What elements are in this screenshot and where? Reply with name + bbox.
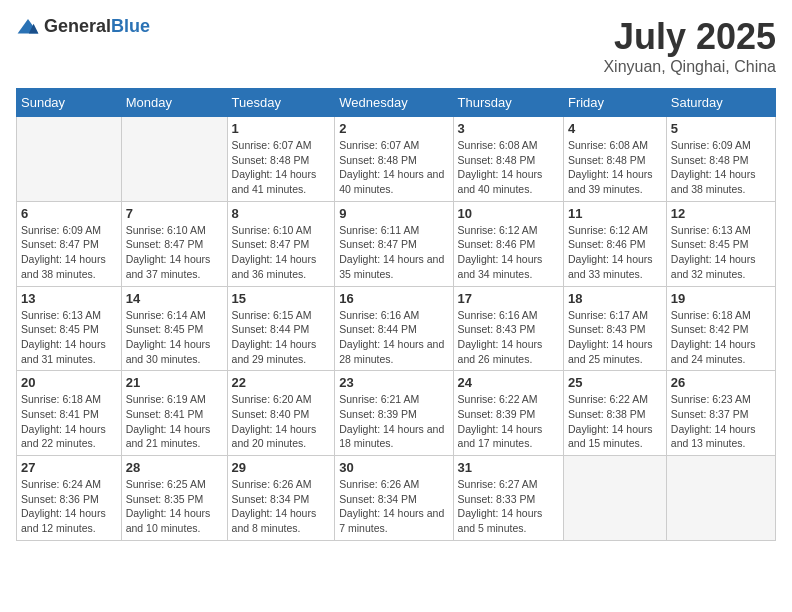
day-info: Sunrise: 6:13 AM Sunset: 8:45 PM Dayligh…	[21, 308, 117, 367]
day-number: 12	[671, 206, 771, 221]
calendar-cell	[121, 117, 227, 202]
day-info: Sunrise: 6:07 AM Sunset: 8:48 PM Dayligh…	[339, 138, 448, 197]
title-area: July 2025 Xinyuan, Qinghai, China	[603, 16, 776, 76]
day-info: Sunrise: 6:12 AM Sunset: 8:46 PM Dayligh…	[458, 223, 559, 282]
day-number: 17	[458, 291, 559, 306]
calendar-cell: 7Sunrise: 6:10 AM Sunset: 8:47 PM Daylig…	[121, 201, 227, 286]
day-info: Sunrise: 6:14 AM Sunset: 8:45 PM Dayligh…	[126, 308, 223, 367]
calendar-cell: 9Sunrise: 6:11 AM Sunset: 8:47 PM Daylig…	[335, 201, 453, 286]
calendar-cell: 6Sunrise: 6:09 AM Sunset: 8:47 PM Daylig…	[17, 201, 122, 286]
day-number: 23	[339, 375, 448, 390]
calendar-cell: 10Sunrise: 6:12 AM Sunset: 8:46 PM Dayli…	[453, 201, 563, 286]
calendar-week-row: 1Sunrise: 6:07 AM Sunset: 8:48 PM Daylig…	[17, 117, 776, 202]
calendar-cell: 28Sunrise: 6:25 AM Sunset: 8:35 PM Dayli…	[121, 456, 227, 541]
logo-general: General	[44, 16, 111, 36]
day-info: Sunrise: 6:10 AM Sunset: 8:47 PM Dayligh…	[232, 223, 331, 282]
day-info: Sunrise: 6:09 AM Sunset: 8:47 PM Dayligh…	[21, 223, 117, 282]
day-info: Sunrise: 6:18 AM Sunset: 8:41 PM Dayligh…	[21, 392, 117, 451]
calendar-cell: 27Sunrise: 6:24 AM Sunset: 8:36 PM Dayli…	[17, 456, 122, 541]
calendar-cell: 20Sunrise: 6:18 AM Sunset: 8:41 PM Dayli…	[17, 371, 122, 456]
calendar-cell: 29Sunrise: 6:26 AM Sunset: 8:34 PM Dayli…	[227, 456, 335, 541]
day-number: 29	[232, 460, 331, 475]
calendar-cell: 5Sunrise: 6:09 AM Sunset: 8:48 PM Daylig…	[666, 117, 775, 202]
day-number: 20	[21, 375, 117, 390]
day-info: Sunrise: 6:18 AM Sunset: 8:42 PM Dayligh…	[671, 308, 771, 367]
day-number: 6	[21, 206, 117, 221]
day-number: 25	[568, 375, 662, 390]
calendar-cell: 31Sunrise: 6:27 AM Sunset: 8:33 PM Dayli…	[453, 456, 563, 541]
day-number: 2	[339, 121, 448, 136]
day-info: Sunrise: 6:19 AM Sunset: 8:41 PM Dayligh…	[126, 392, 223, 451]
day-info: Sunrise: 6:16 AM Sunset: 8:43 PM Dayligh…	[458, 308, 559, 367]
day-number: 1	[232, 121, 331, 136]
calendar-cell: 14Sunrise: 6:14 AM Sunset: 8:45 PM Dayli…	[121, 286, 227, 371]
main-title: July 2025	[603, 16, 776, 58]
day-info: Sunrise: 6:17 AM Sunset: 8:43 PM Dayligh…	[568, 308, 662, 367]
calendar-table: SundayMondayTuesdayWednesdayThursdayFrid…	[16, 88, 776, 541]
logo: GeneralBlue	[16, 16, 150, 37]
calendar-cell: 24Sunrise: 6:22 AM Sunset: 8:39 PM Dayli…	[453, 371, 563, 456]
day-number: 5	[671, 121, 771, 136]
day-info: Sunrise: 6:08 AM Sunset: 8:48 PM Dayligh…	[458, 138, 559, 197]
day-info: Sunrise: 6:23 AM Sunset: 8:37 PM Dayligh…	[671, 392, 771, 451]
calendar-week-row: 13Sunrise: 6:13 AM Sunset: 8:45 PM Dayli…	[17, 286, 776, 371]
calendar-cell: 26Sunrise: 6:23 AM Sunset: 8:37 PM Dayli…	[666, 371, 775, 456]
weekday-header-row: SundayMondayTuesdayWednesdayThursdayFrid…	[17, 89, 776, 117]
day-info: Sunrise: 6:07 AM Sunset: 8:48 PM Dayligh…	[232, 138, 331, 197]
weekday-header: Friday	[563, 89, 666, 117]
day-info: Sunrise: 6:09 AM Sunset: 8:48 PM Dayligh…	[671, 138, 771, 197]
calendar-cell: 4Sunrise: 6:08 AM Sunset: 8:48 PM Daylig…	[563, 117, 666, 202]
day-number: 27	[21, 460, 117, 475]
sub-title: Xinyuan, Qinghai, China	[603, 58, 776, 76]
weekday-header: Sunday	[17, 89, 122, 117]
day-number: 14	[126, 291, 223, 306]
day-number: 30	[339, 460, 448, 475]
calendar-cell: 21Sunrise: 6:19 AM Sunset: 8:41 PM Dayli…	[121, 371, 227, 456]
calendar-week-row: 20Sunrise: 6:18 AM Sunset: 8:41 PM Dayli…	[17, 371, 776, 456]
day-info: Sunrise: 6:08 AM Sunset: 8:48 PM Dayligh…	[568, 138, 662, 197]
logo-blue: Blue	[111, 16, 150, 36]
day-info: Sunrise: 6:10 AM Sunset: 8:47 PM Dayligh…	[126, 223, 223, 282]
day-info: Sunrise: 6:11 AM Sunset: 8:47 PM Dayligh…	[339, 223, 448, 282]
calendar-cell: 18Sunrise: 6:17 AM Sunset: 8:43 PM Dayli…	[563, 286, 666, 371]
calendar-week-row: 6Sunrise: 6:09 AM Sunset: 8:47 PM Daylig…	[17, 201, 776, 286]
day-info: Sunrise: 6:21 AM Sunset: 8:39 PM Dayligh…	[339, 392, 448, 451]
calendar-cell	[563, 456, 666, 541]
day-info: Sunrise: 6:13 AM Sunset: 8:45 PM Dayligh…	[671, 223, 771, 282]
day-info: Sunrise: 6:22 AM Sunset: 8:38 PM Dayligh…	[568, 392, 662, 451]
calendar-cell: 12Sunrise: 6:13 AM Sunset: 8:45 PM Dayli…	[666, 201, 775, 286]
calendar-cell: 16Sunrise: 6:16 AM Sunset: 8:44 PM Dayli…	[335, 286, 453, 371]
weekday-header: Wednesday	[335, 89, 453, 117]
weekday-header: Monday	[121, 89, 227, 117]
day-number: 26	[671, 375, 771, 390]
day-number: 21	[126, 375, 223, 390]
day-number: 4	[568, 121, 662, 136]
calendar-cell: 22Sunrise: 6:20 AM Sunset: 8:40 PM Dayli…	[227, 371, 335, 456]
day-number: 19	[671, 291, 771, 306]
calendar-cell: 17Sunrise: 6:16 AM Sunset: 8:43 PM Dayli…	[453, 286, 563, 371]
calendar-cell: 2Sunrise: 6:07 AM Sunset: 8:48 PM Daylig…	[335, 117, 453, 202]
calendar-week-row: 27Sunrise: 6:24 AM Sunset: 8:36 PM Dayli…	[17, 456, 776, 541]
logo-icon	[16, 17, 40, 37]
day-info: Sunrise: 6:22 AM Sunset: 8:39 PM Dayligh…	[458, 392, 559, 451]
day-number: 9	[339, 206, 448, 221]
weekday-header: Thursday	[453, 89, 563, 117]
day-info: Sunrise: 6:20 AM Sunset: 8:40 PM Dayligh…	[232, 392, 331, 451]
calendar-cell: 30Sunrise: 6:26 AM Sunset: 8:34 PM Dayli…	[335, 456, 453, 541]
day-info: Sunrise: 6:12 AM Sunset: 8:46 PM Dayligh…	[568, 223, 662, 282]
day-info: Sunrise: 6:16 AM Sunset: 8:44 PM Dayligh…	[339, 308, 448, 367]
calendar-cell	[17, 117, 122, 202]
day-number: 31	[458, 460, 559, 475]
day-number: 3	[458, 121, 559, 136]
day-number: 7	[126, 206, 223, 221]
calendar-cell: 19Sunrise: 6:18 AM Sunset: 8:42 PM Dayli…	[666, 286, 775, 371]
day-number: 18	[568, 291, 662, 306]
day-number: 16	[339, 291, 448, 306]
calendar-cell: 25Sunrise: 6:22 AM Sunset: 8:38 PM Dayli…	[563, 371, 666, 456]
day-number: 22	[232, 375, 331, 390]
day-number: 28	[126, 460, 223, 475]
page-header: GeneralBlue July 2025 Xinyuan, Qinghai, …	[16, 16, 776, 76]
day-number: 13	[21, 291, 117, 306]
calendar-cell: 23Sunrise: 6:21 AM Sunset: 8:39 PM Dayli…	[335, 371, 453, 456]
day-info: Sunrise: 6:25 AM Sunset: 8:35 PM Dayligh…	[126, 477, 223, 536]
